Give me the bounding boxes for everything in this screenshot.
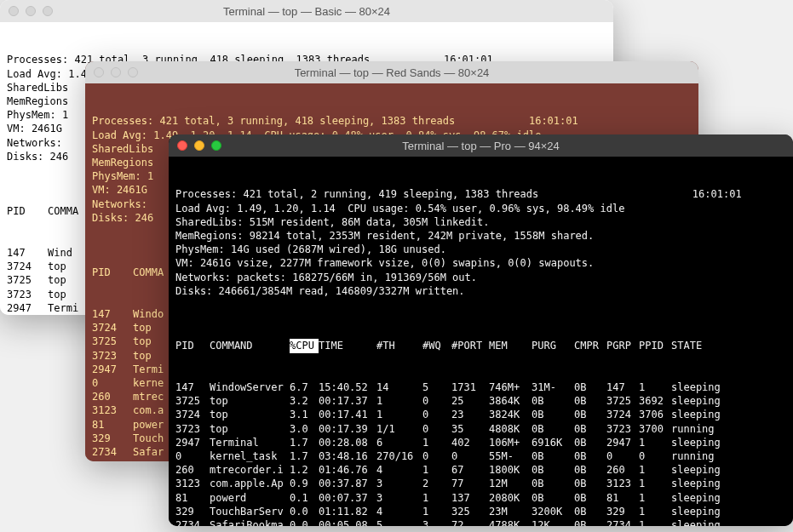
cell: 402 xyxy=(451,436,489,449)
cell: 746M+ xyxy=(489,380,532,394)
cell: 01:11.82 xyxy=(319,505,376,518)
cell: 3724 xyxy=(606,408,639,421)
cell: sleeping xyxy=(671,505,731,518)
table-row: 329TouchBarServ0.001:11.824132523M3200K0… xyxy=(175,505,786,518)
traffic-lights xyxy=(177,140,221,151)
cell: 3724 xyxy=(92,321,133,335)
cell: 0B xyxy=(532,422,574,436)
cell: 4 xyxy=(376,463,422,477)
cell: 0B xyxy=(574,436,606,449)
cell: 2734 xyxy=(606,518,639,526)
cell: 3.1 xyxy=(290,408,319,421)
cell: 0B xyxy=(532,394,574,408)
minimize-icon[interactable] xyxy=(111,67,121,77)
table-row: 2734SafariBookma0.000:05.0853724788K12K0… xyxy=(175,518,786,526)
table-row: 81powerd0.100:07.37311372080K0B0B811slee… xyxy=(175,491,786,505)
table-row: 3724top3.100:17.4110233824K0B0B37243706s… xyxy=(175,408,786,421)
cell: 3123 xyxy=(175,477,210,490)
minimize-icon[interactable] xyxy=(194,140,204,151)
cell: 0B xyxy=(574,422,606,436)
cell: 35 xyxy=(451,422,489,436)
cell: 1 xyxy=(422,491,451,505)
cell: 0B xyxy=(574,518,606,526)
cell: 325 xyxy=(451,505,489,518)
cell: 0B xyxy=(574,505,606,518)
cell: 15:40.52 xyxy=(319,380,376,394)
cell: 3724 xyxy=(175,408,210,421)
cell: 1 xyxy=(639,380,671,394)
zoom-icon[interactable] xyxy=(211,140,221,151)
col-header: PPID xyxy=(639,339,671,352)
cell: 3123 xyxy=(92,403,133,417)
col-header: %CPU xyxy=(290,339,319,352)
cell: 0B xyxy=(532,408,574,421)
col-header: #PORT xyxy=(451,339,489,352)
cell: 329 xyxy=(92,432,133,445)
cell: sleeping xyxy=(671,408,731,421)
cell: 1 xyxy=(639,518,671,526)
terminal-window-pro[interactable]: Terminal — top — Pro — 94×24 Processes: … xyxy=(169,134,793,526)
table-row: 3725top3.200:17.3710253864K0B0B37253692s… xyxy=(175,394,786,408)
cell: 3 xyxy=(376,477,422,490)
stat-line: MemRegions: 98214 total, 2353M resident,… xyxy=(175,229,786,243)
cell: 0B xyxy=(574,449,606,463)
table-header: PIDCOMMAND%CPUTIME#TH#WQ#PORTMEMPURGCMPR… xyxy=(175,339,786,352)
cell: 00:07.37 xyxy=(319,491,376,505)
cell: sleeping xyxy=(671,380,731,394)
stat-line: PhysMem: 14G used (2687M wired), 18G unu… xyxy=(175,243,786,256)
cell: 3725 xyxy=(175,394,210,408)
col-header: #TH xyxy=(376,339,422,352)
cell: 2080K xyxy=(489,491,532,505)
cell: 25 xyxy=(451,394,489,408)
cell: WindowServer xyxy=(210,380,290,394)
cell: 0B xyxy=(574,463,606,477)
cell: 1 xyxy=(639,505,671,518)
titlebar-pro[interactable]: Terminal — top — Pro — 94×24 xyxy=(169,134,793,157)
stat-line: Disks: 246661/3854M read, 146809/3327M w… xyxy=(175,284,786,298)
cell: 3723 xyxy=(92,349,133,363)
cell: 01:46.76 xyxy=(319,463,376,477)
col-header: PID xyxy=(175,339,210,352)
cell: 0 xyxy=(639,449,671,463)
cell: 00:37.87 xyxy=(319,477,376,490)
cell: 23M xyxy=(489,505,532,518)
cell: 2881 xyxy=(92,459,133,461)
table-row: 260mtrecorder.i1.201:46.7641671800K0B0B2… xyxy=(175,463,786,477)
close-icon[interactable] xyxy=(9,6,19,16)
cell: 1 xyxy=(376,394,422,408)
cell: 5 xyxy=(376,518,422,526)
cell: 3200K xyxy=(532,505,574,518)
cell: 329 xyxy=(175,505,210,518)
traffic-lights xyxy=(94,67,138,77)
cell: 147 xyxy=(7,246,48,260)
cell: 72 xyxy=(451,518,489,526)
zoom-icon[interactable] xyxy=(128,67,138,77)
titlebar-basic[interactable]: Terminal — top — Basic — 80×24 xyxy=(0,0,613,22)
minimize-icon[interactable] xyxy=(26,6,36,16)
cell: 260 xyxy=(175,463,210,477)
cell: 147 xyxy=(606,380,639,394)
close-icon[interactable] xyxy=(94,67,104,77)
cell: SafariBookma xyxy=(210,518,290,526)
cell: 2 xyxy=(422,477,451,490)
cell: 0 xyxy=(422,394,451,408)
titlebar-redsands[interactable]: Terminal — top — Red Sands — 80×24 xyxy=(85,61,698,83)
cell: 3706 xyxy=(639,408,671,421)
close-icon[interactable] xyxy=(177,140,187,151)
col-header: STATE xyxy=(671,339,731,352)
cell: 3 xyxy=(422,518,451,526)
cell: 0B xyxy=(532,491,574,505)
cell: 00:17.37 xyxy=(319,394,376,408)
cell: 3724 xyxy=(7,260,48,273)
table-row: 0kernel_task1.703:48.16270/160055M-0B0B0… xyxy=(175,449,786,463)
cell: kernel_task xyxy=(210,449,290,463)
cell: 0B xyxy=(574,477,606,490)
cell: 4 xyxy=(376,505,422,518)
cell: 6.7 xyxy=(290,380,319,394)
cell: 31M- xyxy=(532,380,574,394)
cell: 0 xyxy=(92,376,133,390)
cell: 0B xyxy=(574,394,606,408)
terminal-output[interactable]: Processes: 421 total, 2 running, 419 sle… xyxy=(169,157,793,526)
zoom-icon[interactable] xyxy=(43,6,53,16)
cell: 106M+ xyxy=(489,436,532,449)
